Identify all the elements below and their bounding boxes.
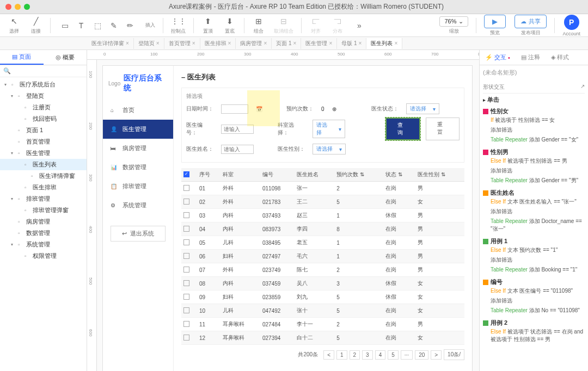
checkbox-all[interactable]: [183, 171, 189, 177]
col-header[interactable]: 预约次数 ⇅: [334, 168, 383, 182]
text-icon[interactable]: T: [75, 20, 88, 31]
tree-item[interactable]: ▾▫排班管理: [0, 193, 87, 205]
tree-item[interactable]: ▾▫医疗系统后台: [0, 79, 87, 90]
interaction-case[interactable]: 性别男Else If 被选项于 性别筛选 == 男添加筛选Table Repea…: [483, 148, 585, 186]
close-icon[interactable]: ×: [126, 40, 129, 46]
outline-tab[interactable]: ◎概要: [44, 50, 87, 65]
checkbox[interactable]: [183, 185, 189, 191]
checkbox[interactable]: [183, 253, 189, 259]
interaction-case[interactable]: 编号Else If 文本 医生编号 == "011098"添加筛选Table R…: [483, 278, 585, 316]
status-select[interactable]: 请选择▾: [406, 103, 439, 114]
tree-item[interactable]: ▫病房管理: [0, 216, 87, 227]
tree-item[interactable]: ▫医生详情弹窗: [0, 170, 87, 182]
align-icon[interactable]: ⫍: [309, 16, 322, 27]
tree-item[interactable]: ▫医生列表: [0, 159, 87, 170]
date-input[interactable]: [221, 104, 248, 114]
reset-button[interactable]: 重置: [426, 118, 460, 140]
checkbox[interactable]: [183, 280, 189, 286]
doc-tab[interactable]: 母版 1×: [337, 38, 366, 49]
select-icon[interactable]: ↖: [8, 16, 21, 27]
maximize-icon[interactable]: [24, 4, 30, 10]
tree-item[interactable]: ▫找回密码: [0, 113, 87, 125]
publish-button[interactable]: ☁共享: [514, 15, 547, 28]
close-icon[interactable]: ×: [329, 40, 332, 46]
tree-item[interactable]: ▫注册页: [0, 102, 87, 113]
nav-item[interactable]: 🛏病房管理: [103, 139, 173, 158]
table-row[interactable]: 12耳鼻喉科027394白十二5在岗女: [181, 331, 464, 345]
mockup-frame[interactable]: Logo医疗后台系统 ⌂首页👤医生管理🛏病房管理📊数据管理📋排班管理⚙系统管理 …: [102, 65, 473, 371]
close-icon[interactable]: ×: [293, 40, 297, 46]
interaction-case[interactable]: 医生姓名Else If 文本 医生姓名输入 == "张一"添加筛选Table R…: [483, 189, 585, 234]
pages-tab[interactable]: ▤页面: [0, 50, 44, 65]
tree-item[interactable]: ▾▫医生管理: [0, 147, 87, 159]
col-header[interactable]: 序号: [197, 168, 220, 182]
doc-tab[interactable]: 医生详情弹窗×: [87, 38, 134, 49]
page-size[interactable]: 10条/: [444, 349, 464, 360]
points-icon[interactable]: ⋮⋮: [172, 16, 185, 27]
table-row[interactable]: 07外科023749陈七2在岗男: [181, 263, 464, 277]
table-row[interactable]: 06妇科027497毛六1在岗男: [181, 250, 464, 263]
nav-item[interactable]: 📊数据管理: [103, 158, 173, 177]
search-icon[interactable]: 🔍: [3, 67, 11, 74]
page-link[interactable]: >: [431, 350, 442, 360]
name-input[interactable]: [221, 145, 254, 154]
nav-item[interactable]: ⚙系统管理: [103, 196, 173, 215]
tree-item[interactable]: ▫页面 1: [0, 125, 87, 136]
interaction-case[interactable]: 性别女If 被选项于 性别筛选 == 女添加筛选Table Repeater 添…: [483, 107, 585, 145]
table-row[interactable]: 10儿科047492张十5在岗女: [181, 304, 464, 318]
group-icon[interactable]: ⊞: [252, 16, 265, 27]
interaction-case[interactable]: 用例 2Else If 被选项于 状态筛选 == 在岗 and 被选项于 性别筛…: [483, 319, 585, 344]
notes-tab[interactable]: ▤注释: [516, 50, 546, 65]
col-header[interactable]: 状态 ⇅: [383, 168, 415, 182]
checkbox[interactable]: [183, 267, 189, 273]
checkbox[interactable]: [183, 226, 189, 232]
style-tab[interactable]: ◈样式: [546, 50, 574, 65]
top-icon[interactable]: ⬆: [201, 16, 215, 27]
page-link[interactable]: 4: [375, 350, 386, 360]
id-input[interactable]: [221, 125, 254, 134]
calendar-icon[interactable]: 📅: [256, 106, 262, 112]
table-row[interactable]: 11耳鼻喉科027484李十一2在岗男: [181, 318, 464, 331]
checkbox[interactable]: [183, 212, 189, 218]
checkbox[interactable]: [183, 307, 189, 313]
tree-item[interactable]: ▫数据管理: [0, 227, 87, 239]
preview-button[interactable]: ▶: [484, 15, 506, 28]
doc-tab[interactable]: 医生管理×: [301, 38, 337, 49]
checkbox[interactable]: [183, 335, 189, 341]
checkbox[interactable]: [183, 199, 189, 205]
doc-tab[interactable]: 登陆页×: [134, 38, 164, 49]
table-row[interactable]: 05儿科038495老五1在岗男: [181, 236, 464, 250]
minimize-icon[interactable]: [15, 4, 21, 10]
close-icon[interactable]: ×: [156, 40, 160, 46]
connect-icon[interactable]: ╱: [29, 16, 42, 27]
col-header[interactable]: 编号: [260, 168, 295, 182]
nav-item[interactable]: 📋排班管理: [103, 177, 173, 196]
tree-item[interactable]: ▫医生排班: [0, 182, 87, 193]
distribute-icon[interactable]: ⫎: [331, 16, 344, 27]
logout-button[interactable]: ↩退出系统: [111, 226, 166, 242]
tree-item[interactable]: ▫权限管理: [0, 250, 87, 262]
canvas[interactable]: Logo医疗后台系统 ⌂首页👤医生管理🛏病房管理📊数据管理📋排班管理⚙系统管理 …: [97, 60, 479, 371]
page-link[interactable]: 2: [350, 350, 360, 360]
table-row[interactable]: 01外科011098张一2在岗男: [181, 182, 464, 195]
doc-tab[interactable]: 页面 1×: [272, 38, 301, 49]
tree-item[interactable]: ▾▫系统管理: [0, 239, 87, 250]
page-link[interactable]: 5: [388, 350, 399, 360]
account-avatar[interactable]: P: [564, 15, 579, 30]
nav-item[interactable]: 👤医生管理: [103, 120, 173, 139]
dept-select[interactable]: 请选择▾: [313, 120, 346, 138]
pencil-icon[interactable]: ✏: [124, 20, 137, 31]
close-icon[interactable]: ×: [228, 40, 231, 46]
table-row[interactable]: 09妇科023859刘九5休假女: [181, 290, 464, 304]
nav-item[interactable]: ⌂首页: [103, 101, 173, 120]
ungroup-icon[interactable]: ⊟: [277, 16, 290, 27]
table-row[interactable]: 04内科083973李四8在岗男: [181, 222, 464, 236]
zoom-select[interactable]: 76%⌄: [439, 16, 468, 27]
tree-item[interactable]: ▫首页管理: [0, 136, 87, 147]
shape-icon[interactable]: ⬚: [91, 20, 104, 31]
interaction-case[interactable]: 用例 1Else If 文本 预约次数 == "1"添加筛选Table Repe…: [483, 237, 585, 275]
doc-tab[interactable]: 病房管理×: [236, 38, 272, 49]
col-header[interactable]: 科室: [220, 168, 260, 182]
gender-select[interactable]: 请选择▾: [313, 144, 346, 154]
query-button[interactable]: 查询: [385, 118, 420, 140]
